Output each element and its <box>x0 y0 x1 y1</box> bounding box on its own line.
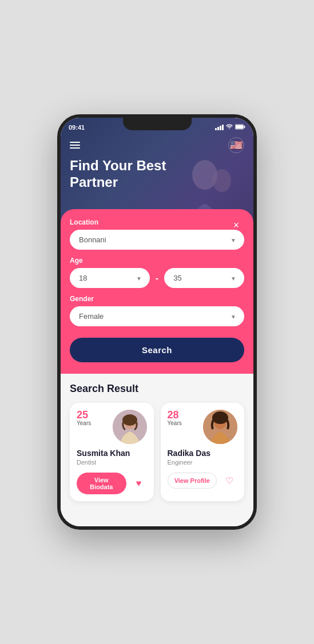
results-section: Search Result 25 Years <box>61 374 253 526</box>
card-top-2: 28 Years <box>168 410 238 444</box>
profile-cards-row: 25 Years <box>70 403 244 501</box>
notch <box>123 118 192 130</box>
age-max-wrapper: 35 40 45 50 ▼ <box>164 268 244 288</box>
age-min-select[interactable]: 18 20 22 25 <box>70 268 150 288</box>
card-top-1: 25 Years <box>77 410 147 444</box>
profile-card-1: 25 Years <box>70 403 154 501</box>
phone-frame: 09:41 <box>57 114 257 530</box>
search-button[interactable]: Search <box>70 338 244 362</box>
view-biodata-button[interactable]: View Biodata <box>77 473 126 494</box>
wifi-icon <box>226 124 233 131</box>
status-icons <box>215 124 245 131</box>
hero-title: Find Your Best Partner <box>70 158 166 191</box>
location-label: Location <box>70 218 244 226</box>
svg-point-7 <box>122 414 137 426</box>
location-select-wrapper: Bonnani New York London Paris ▼ <box>70 230 244 250</box>
card-age-1: 25 <box>77 410 91 420</box>
card-actions-1: View Biodata ♥ <box>77 473 147 494</box>
svg-point-10 <box>212 411 228 424</box>
avatar-placeholder-2 <box>203 410 237 444</box>
age-dash: - <box>156 273 158 283</box>
heart-filled-icon[interactable]: ♥ <box>131 475 147 491</box>
card-age-label-1: Years <box>77 420 91 426</box>
search-card: × Location Bonnani New York London Paris… <box>61 209 253 374</box>
age-min-wrapper: 18 20 22 25 ▼ <box>70 268 150 288</box>
card-name-1: Susmita Khan <box>77 449 147 458</box>
gender-group: Gender Female Male All ▼ <box>70 295 244 326</box>
age-row: 18 20 22 25 ▼ - 35 40 45 50 <box>70 268 244 288</box>
avatar-2 <box>203 410 237 444</box>
gender-label: Gender <box>70 295 244 303</box>
card-profession-2: Engineer <box>168 459 238 466</box>
gender-select[interactable]: Female Male All <box>70 306 244 326</box>
location-group: Location Bonnani New York London Paris ▼ <box>70 218 244 250</box>
card-age-2: 28 <box>168 410 182 420</box>
card-age-block-2: 28 Years <box>168 410 182 426</box>
avatar-1 <box>113 410 147 444</box>
view-profile-button[interactable]: View Profile <box>168 473 217 489</box>
card-age-block-1: 25 Years <box>77 410 91 426</box>
card-profession-1: Dentist <box>77 459 147 466</box>
age-max-select[interactable]: 35 40 45 50 <box>164 268 244 288</box>
svg-rect-1 <box>236 125 243 129</box>
card-age-label-2: Years <box>168 420 182 426</box>
avatar-placeholder-1 <box>113 410 147 444</box>
menu-button[interactable] <box>70 142 80 149</box>
gender-select-wrapper: Female Male All ▼ <box>70 306 244 326</box>
svg-rect-2 <box>244 126 245 128</box>
flag-icon[interactable]: 🇺🇸 <box>228 137 244 153</box>
battery-icon <box>235 124 245 131</box>
age-label: Age <box>70 257 244 265</box>
results-title: Search Result <box>70 383 244 395</box>
profile-card-2: 28 Years <box>161 403 245 501</box>
location-select[interactable]: Bonnani New York London Paris <box>70 230 244 250</box>
signal-bars-icon <box>215 125 224 130</box>
header-bar: 🇺🇸 <box>61 134 253 157</box>
heart-outline-icon[interactable]: ♡ <box>221 473 237 489</box>
status-time: 09:41 <box>69 124 85 131</box>
card-actions-2: View Profile ♡ <box>168 473 238 489</box>
card-name-2: Radika Das <box>168 449 238 458</box>
age-group: Age 18 20 22 25 ▼ - 35 <box>70 257 244 288</box>
